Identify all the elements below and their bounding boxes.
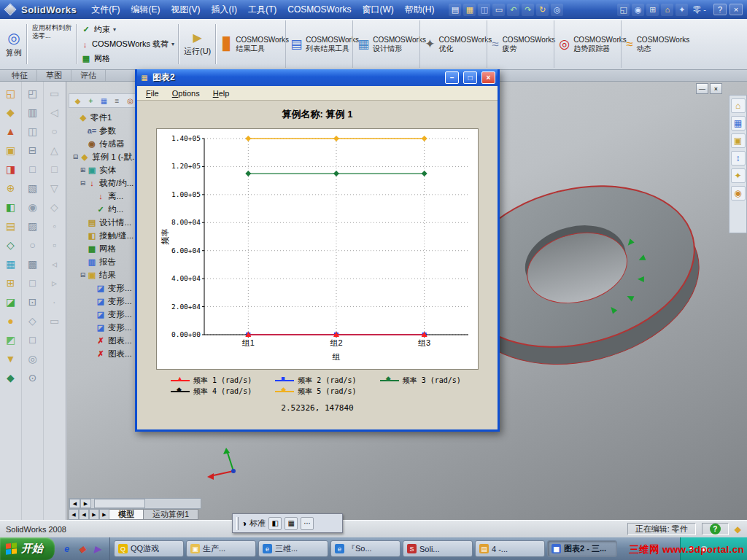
tab-nav-button[interactable]: ▶	[99, 509, 109, 520]
document-control-button[interactable]: —	[696, 83, 708, 94]
tool-icon[interactable]: □	[23, 273, 42, 292]
tree-expander-icon[interactable]: ⊞	[79, 166, 87, 174]
task-pane-icon[interactable]: ✦	[731, 168, 746, 183]
dialog-titlebar[interactable]: ▦ 图表2 –□×	[137, 69, 498, 86]
toolbar-small-button[interactable]: ▦ 网格	[79, 52, 177, 66]
tool-icon[interactable]: ▥	[23, 103, 42, 121]
scrollbar-arrow-button[interactable]: ◀	[69, 499, 80, 508]
view-toolbar-button[interactable]: ◧	[268, 517, 282, 530]
view-icon[interactable]: ◱	[617, 4, 630, 16]
tool-icon[interactable]: ∙	[45, 292, 64, 311]
start-button[interactable]: 开始	[0, 537, 55, 560]
toolbar-small-button[interactable]: ↓ COSMOSWorks 载荷 ▾	[79, 37, 177, 51]
window-control-button[interactable]: ×	[729, 4, 743, 15]
commandmanager-tab[interactable]: 评估	[71, 70, 106, 81]
toolbar-icon[interactable]: ▦	[463, 4, 476, 16]
featuremanager-tab-icon[interactable]: ≡	[112, 96, 123, 106]
tool-icon[interactable]: ◨	[1, 160, 20, 178]
view-icon[interactable]: ◉	[632, 4, 644, 16]
taskbar-button[interactable]: ▤ 4 -...	[475, 540, 545, 557]
tool-icon[interactable]: ▨	[23, 217, 42, 235]
tool-icon[interactable]: □	[45, 160, 64, 178]
tool-icon[interactable]: ⊕	[1, 179, 20, 197]
commandmanager-tab[interactable]: 草图	[37, 70, 71, 81]
featuremanager-tab-icon[interactable]: ▦	[98, 96, 109, 106]
toolbar-icon[interactable]: ↻	[536, 4, 549, 16]
menu-item[interactable]: 文件(F)	[86, 1, 125, 18]
tool-icon[interactable]: ▹	[45, 273, 64, 292]
tool-icon[interactable]: ▽	[45, 179, 64, 197]
taskbar-button[interactable]: e 『So...	[330, 540, 400, 557]
tab-nav-button[interactable]: ◀	[79, 509, 89, 520]
dialog-caption-button[interactable]: ×	[481, 71, 495, 84]
tree-expander-icon[interactable]: ⊟	[79, 271, 87, 279]
toolbar-grip[interactable]	[236, 517, 239, 530]
featuremanager-tab-icon[interactable]: ◎	[125, 96, 136, 106]
cosmosworks-toolbar-button[interactable]: ≈ COSMOSWorks疲劳	[487, 20, 554, 68]
view-icon[interactable]: ✦	[676, 4, 688, 16]
toolbar-icon[interactable]: ▤	[449, 4, 461, 16]
menu-item[interactable]: 帮助(H)	[400, 1, 440, 18]
apply-material-button[interactable]: 应用材料到所选零...	[29, 20, 74, 68]
tool-icon[interactable]: ▤	[1, 217, 20, 235]
tool-icon[interactable]: ⊡	[23, 292, 42, 311]
run-button[interactable]: ▶ 运行(U)	[181, 20, 214, 68]
tool-icon[interactable]: ▩	[23, 254, 42, 273]
tool-icon[interactable]: ◇	[1, 236, 20, 254]
tray-icon[interactable]: ◉	[700, 544, 708, 553]
tool-icon[interactable]: ◧	[1, 198, 20, 216]
taskbar-button[interactable]: ▣ 生产...	[186, 540, 256, 557]
tab-nav-button[interactable]: ◀	[69, 509, 79, 520]
tool-icon[interactable]: ⊟	[23, 141, 42, 159]
tool-icon[interactable]: ▦	[1, 254, 20, 273]
view-toolbar-button[interactable]: ⋯	[301, 517, 314, 530]
quick-launch-icon[interactable]: e	[61, 542, 73, 555]
document-tab[interactable]: 模型	[109, 509, 144, 520]
tool-icon[interactable]: △	[45, 141, 64, 159]
tool-icon[interactable]: ◉	[23, 198, 42, 216]
tool-icon[interactable]: ◩	[1, 330, 20, 349]
dialog-menu-item[interactable]: Help	[207, 88, 236, 99]
quick-launch-icon[interactable]: ▶	[91, 542, 104, 555]
tool-icon[interactable]: ◇	[23, 311, 42, 330]
tool-icon[interactable]: ◎	[23, 349, 42, 368]
dialog-menu-item[interactable]: Options	[166, 88, 206, 99]
help-icon[interactable]: ?	[710, 524, 721, 534]
tool-icon[interactable]: ▫	[45, 236, 64, 254]
cosmosworks-toolbar-button[interactable]: ▤ COSMOSWorks列表结果工具	[285, 20, 352, 68]
tool-icon[interactable]: ◆	[1, 368, 20, 386]
cosmosworks-toolbar-button[interactable]: ≈ COSMOSWorks动态	[621, 20, 688, 68]
dialog-caption-button[interactable]: □	[463, 71, 477, 84]
view-icon[interactable]: ⊞	[646, 4, 659, 16]
tool-icon[interactable]: ◇	[45, 198, 64, 216]
task-pane-icon[interactable]: ▦	[731, 116, 746, 131]
featuremanager-tab-icon[interactable]: +	[85, 96, 96, 106]
commandmanager-tab[interactable]: 特征	[3, 70, 37, 81]
tree-expander-icon[interactable]: ⊟	[79, 179, 87, 187]
task-pane-icon[interactable]: ↕	[731, 151, 746, 166]
taskbar-button[interactable]: ▦ 图表2 - 三...	[547, 540, 617, 557]
document-tab[interactable]: 运动算例1	[144, 509, 198, 520]
tool-icon[interactable]: ◪	[1, 292, 20, 311]
tool-icon[interactable]: ◦	[45, 217, 64, 235]
scrollbar-arrow-button[interactable]: ▶	[80, 499, 91, 508]
tool-icon[interactable]: ▲	[1, 122, 20, 140]
toolbar-icon[interactable]: ↷	[522, 4, 534, 16]
horizontal-scrollbar[interactable]: ◀▶	[69, 498, 201, 509]
menu-item[interactable]: COSMOSWorks	[282, 2, 356, 17]
view-toolbar-button[interactable]: ▦	[285, 517, 298, 530]
featuremanager-tab-icon[interactable]: ◆	[72, 96, 83, 106]
tool-icon[interactable]: ○	[45, 122, 64, 140]
tray-icon[interactable]: ✦	[688, 544, 694, 553]
quick-launch-icon[interactable]: ◆	[76, 542, 88, 555]
cosmosworks-toolbar-button[interactable]: ◎ COSMOSWorks趋势跟踪器	[554, 20, 621, 68]
menu-item[interactable]: 视图(V)	[166, 1, 206, 18]
study-button[interactable]: ◎ 算例	[3, 20, 25, 68]
tool-icon[interactable]: ◁	[45, 103, 64, 121]
cosmosworks-toolbar-button[interactable]: ✦ COSMOSWorks优化	[419, 20, 487, 68]
tool-icon[interactable]: ▧	[23, 179, 42, 197]
tool-icon[interactable]: ◰	[23, 84, 42, 102]
toolbar-icon[interactable]: ▭	[492, 4, 505, 16]
tool-icon[interactable]: ◆	[1, 103, 20, 121]
cosmosworks-toolbar-button[interactable]: ▦ COSMOSWorks设计情形	[352, 20, 419, 68]
